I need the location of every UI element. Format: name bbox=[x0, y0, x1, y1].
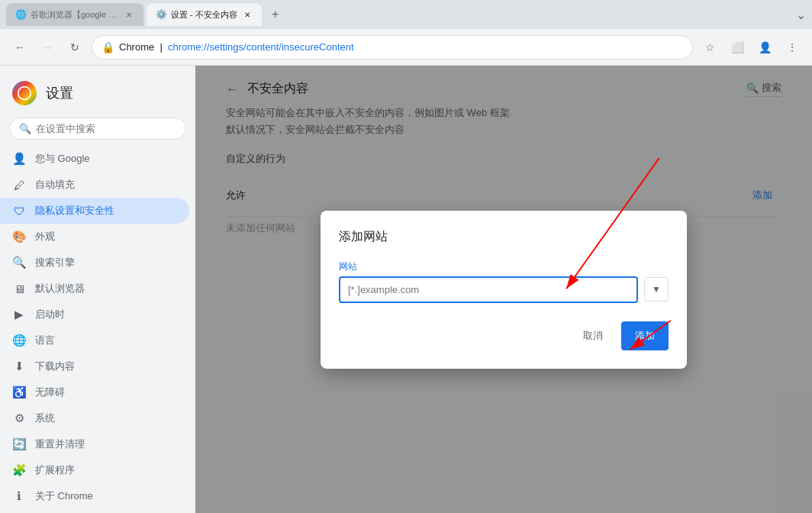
browser-label: 默认浏览器 bbox=[35, 282, 85, 295]
privacy-label: 隐私设置和安全性 bbox=[35, 204, 114, 218]
cancel-button[interactable]: 取消 bbox=[571, 321, 615, 350]
sidebar-item-google[interactable]: 👤 您与 Google bbox=[0, 146, 189, 172]
appearance-label: 外观 bbox=[35, 230, 55, 244]
forward-button[interactable]: → bbox=[37, 37, 58, 58]
reset-icon: 🔄 bbox=[12, 437, 26, 451]
browser-frame: 🌐 谷歌浏览器【google chrome】 ✕ ⚙️ 设置 - 不安全内容 ✕… bbox=[0, 0, 812, 513]
settings-logo bbox=[12, 81, 37, 105]
nav-list: 👤 您与 Google🖊 自动填充🛡 隐私设置和安全性🎨 外观🔍 搜索引擎🖥 默… bbox=[0, 146, 195, 509]
google-icon: 👤 bbox=[12, 152, 26, 166]
add-site-dialog: 添加网站 网站 ▼ 取消 添加 bbox=[321, 211, 687, 369]
sidebar-item-extensions[interactable]: 🧩 扩展程序 bbox=[0, 457, 189, 483]
sidebar-item-reset[interactable]: 🔄 重置并清理 bbox=[0, 431, 189, 457]
dialog-overlay: 添加网站 网站 ▼ 取消 添加 bbox=[195, 66, 812, 513]
tab-2-close[interactable]: ✕ bbox=[242, 9, 253, 20]
window-controls: ⌄ bbox=[796, 8, 806, 22]
about-label: 关于 Chrome bbox=[35, 489, 93, 503]
tab-1-label: 谷歌浏览器【google chrome】 bbox=[31, 9, 119, 21]
title-bar: 🌐 谷歌浏览器【google chrome】 ✕ ⚙️ 设置 - 不安全内容 ✕… bbox=[0, 0, 812, 29]
search-icon: 🔍 bbox=[12, 256, 26, 269]
reset-label: 重置并清理 bbox=[35, 437, 85, 451]
search-icon: 🔍 bbox=[19, 123, 31, 134]
search-label: 搜索引擎 bbox=[35, 256, 75, 269]
field-input-row: ▼ bbox=[339, 276, 669, 303]
sidebar-item-privacy[interactable]: 🛡 隐私设置和安全性 bbox=[0, 198, 189, 224]
tab-2-label: 设置 - 不安全内容 bbox=[171, 9, 237, 21]
sidebar-item-browser[interactable]: 🖥 默认浏览器 bbox=[0, 276, 189, 302]
downloads-label: 下载内容 bbox=[35, 360, 75, 373]
back-button[interactable]: ← bbox=[9, 37, 31, 58]
appearance-icon: 🎨 bbox=[12, 230, 26, 244]
extensions-label: 扩展程序 bbox=[35, 463, 75, 477]
expand-button[interactable]: ▼ bbox=[644, 277, 669, 302]
url-text: Chrome | chrome://settings/content/insec… bbox=[119, 41, 354, 53]
dialog-actions: 取消 添加 bbox=[339, 321, 669, 350]
reload-button[interactable]: ↻ bbox=[64, 37, 85, 58]
bookmark-icon[interactable]: ☆ bbox=[699, 37, 720, 58]
sidebar-item-search[interactable]: 🔍 搜索引擎 bbox=[0, 250, 189, 276]
secure-icon: 🔒 bbox=[102, 41, 114, 53]
tab-2[interactable]: ⚙️ 设置 - 不安全内容 ✕ bbox=[147, 3, 262, 26]
sidebar: 设置 🔍 👤 您与 Google🖊 自动填充🛡 隐私设置和安全性🎨 外观🔍 搜索… bbox=[0, 66, 195, 513]
system-icon: ⚙ bbox=[12, 411, 26, 425]
menu-icon[interactable]: ⋮ bbox=[781, 37, 803, 58]
main-layout: 设置 🔍 👤 您与 Google🖊 自动填充🛡 隐私设置和安全性🎨 外观🔍 搜索… bbox=[0, 66, 812, 513]
tab-1[interactable]: 🌐 谷歌浏览器【google chrome】 ✕ bbox=[6, 3, 143, 26]
sidebar-item-autofill[interactable]: 🖊 自动填充 bbox=[0, 172, 189, 198]
sidebar-item-system[interactable]: ⚙ 系统 bbox=[0, 405, 189, 431]
minimize-icon[interactable]: ⌄ bbox=[796, 8, 806, 22]
sidebar-item-downloads[interactable]: ⬇ 下载内容 bbox=[0, 353, 189, 379]
sidebar-item-startup[interactable]: ▶ 启动时 bbox=[0, 302, 189, 327]
autofill-label: 自动填充 bbox=[35, 178, 75, 192]
privacy-icon: 🛡 bbox=[12, 204, 26, 218]
accessibility-label: 无障碍 bbox=[35, 386, 65, 399]
extension-icon[interactable]: ⬜ bbox=[727, 37, 748, 58]
google-label: 您与 Google bbox=[35, 152, 90, 166]
address-icons: ☆ ⬜ 👤 ⋮ bbox=[699, 37, 803, 58]
accessibility-icon: ♿ bbox=[12, 386, 26, 399]
browser-icon: 🖥 bbox=[12, 282, 26, 295]
address-bar: ← → ↻ 🔒 Chrome | chrome://settings/conte… bbox=[0, 29, 812, 66]
tab-1-favicon: 🌐 bbox=[15, 9, 26, 20]
account-icon[interactable]: 👤 bbox=[754, 37, 775, 58]
tab-2-favicon: ⚙️ bbox=[156, 9, 166, 20]
downloads-icon: ⬇ bbox=[12, 360, 26, 373]
sidebar-item-appearance[interactable]: 🎨 外观 bbox=[0, 224, 189, 250]
dialog-add-button[interactable]: 添加 bbox=[621, 321, 669, 350]
dialog-title: 添加网站 bbox=[339, 229, 669, 245]
extensions-icon: 🧩 bbox=[12, 463, 26, 477]
language-icon: 🌐 bbox=[12, 334, 26, 347]
new-tab-button[interactable]: + bbox=[265, 4, 286, 25]
sidebar-search-input[interactable] bbox=[36, 123, 176, 134]
content-area: ← 不安全内容 🔍 搜索 安全网站可能会在其中嵌入不安全的内容，例如图片或 We… bbox=[195, 66, 812, 513]
sidebar-item-language[interactable]: 🌐 语言 bbox=[0, 327, 189, 353]
field-label: 网站 bbox=[339, 260, 669, 273]
sidebar-item-about[interactable]: ℹ 关于 Chrome bbox=[0, 483, 189, 509]
about-icon: ℹ bbox=[12, 489, 26, 503]
settings-title: 设置 bbox=[46, 84, 73, 102]
tab-1-close[interactable]: ✕ bbox=[124, 9, 134, 20]
url-bar[interactable]: 🔒 Chrome | chrome://settings/content/ins… bbox=[92, 35, 693, 60]
language-label: 语言 bbox=[35, 334, 55, 347]
svg-point-0 bbox=[18, 87, 31, 100]
startup-icon: ▶ bbox=[12, 308, 26, 321]
startup-label: 启动时 bbox=[35, 308, 65, 321]
settings-header: 设置 bbox=[0, 72, 195, 111]
sidebar-search-box[interactable]: 🔍 bbox=[9, 118, 186, 140]
site-input[interactable] bbox=[339, 276, 638, 303]
sidebar-item-accessibility[interactable]: ♿ 无障碍 bbox=[0, 379, 189, 405]
system-label: 系统 bbox=[35, 411, 55, 425]
autofill-icon: 🖊 bbox=[12, 178, 26, 192]
